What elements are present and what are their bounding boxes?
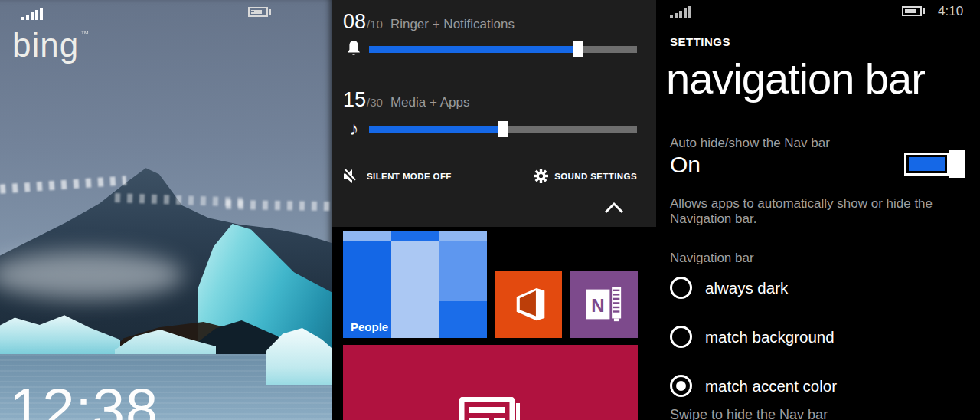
ringer-volume-name: Ringer + Notifications	[390, 17, 514, 32]
radio-label: always dark	[705, 279, 788, 297]
silent-mode-label: SILENT MODE OFF	[367, 172, 452, 181]
toggle-state-text: On	[670, 152, 701, 178]
bing-logo: bing™	[12, 26, 90, 64]
bell-icon	[343, 38, 364, 60]
chevron-up-icon	[604, 202, 624, 214]
media-volume-name: Media + Apps	[390, 95, 470, 110]
swipe-hint-text: Swipe to hide the Nav bar	[670, 407, 828, 420]
onenote-icon: N	[584, 286, 624, 323]
muted-speaker-icon	[343, 169, 361, 184]
media-volume-fill	[369, 126, 503, 133]
status-clock: 4:10	[938, 4, 963, 19]
people-tile-label: People	[351, 320, 388, 333]
auto-hide-label: Auto hide/show the Nav bar	[670, 136, 830, 151]
media-volume-value: 15	[343, 88, 366, 112]
nav-bar-group-label: Navigation bar	[670, 251, 754, 266]
media-volume-slider[interactable]	[369, 126, 637, 133]
ringer-volume-slider[interactable]	[369, 46, 637, 53]
radio-match-background[interactable]: match background	[670, 326, 835, 348]
wallpaper-snow	[226, 200, 332, 211]
tile-onenote[interactable]: N	[570, 271, 638, 338]
music-note-icon: ♪	[343, 118, 364, 139]
ringer-volume-fill	[369, 46, 578, 53]
tile-news[interactable]	[343, 345, 638, 420]
trademark-symbol: ™	[80, 29, 90, 38]
page-title: navigation bar	[666, 54, 925, 103]
radio-circle-icon	[670, 375, 692, 397]
radio-label: match accent color	[705, 377, 837, 395]
toggle-description: Allows apps to automatically show or hid…	[670, 196, 962, 228]
toggle-fill	[909, 157, 945, 171]
settings-screen: 4:10 SETTINGS navigation bar Auto hide/s…	[656, 0, 980, 420]
toggle-thumb[interactable]	[949, 150, 965, 178]
signal-strength-icon	[670, 6, 691, 18]
sound-settings-button[interactable]: SOUND SETTINGS	[534, 169, 637, 183]
ringer-volume-value: 08	[343, 10, 366, 34]
start-screen: 08 /10 Ringer + Notifications 15 /30 Med…	[332, 0, 656, 420]
tile-office[interactable]	[495, 271, 562, 338]
wallpaper-snow	[0, 176, 126, 193]
battery-charging-icon	[248, 7, 271, 17]
svg-text:N: N	[591, 295, 604, 316]
media-volume-label: 15 /30 Media + Apps	[343, 88, 469, 112]
lock-screen: bing™ 12:38	[0, 0, 332, 420]
tile-people[interactable]: People	[343, 231, 487, 338]
media-volume-thumb[interactable]	[498, 121, 508, 137]
ringer-volume-thumb[interactable]	[573, 41, 583, 57]
silent-mode-button[interactable]: SILENT MODE OFF	[343, 169, 452, 184]
news-icon	[459, 397, 522, 420]
screenshot-stage: bing™ 12:38 08 /10 Ringer + Notification…	[0, 0, 980, 420]
battery-charging-icon	[902, 6, 925, 16]
office-icon	[509, 284, 549, 324]
settings-app-header: SETTINGS	[670, 35, 730, 48]
ringer-volume-slider-row	[332, 38, 656, 60]
radio-label: match background	[705, 328, 835, 346]
ringer-volume-max: /10	[367, 18, 383, 31]
volume-overlay-panel: 08 /10 Ringer + Notifications 15 /30 Med…	[332, 0, 656, 227]
media-volume-max: /30	[367, 96, 383, 109]
volume-panel-actions: SILENT MODE OFF	[332, 169, 656, 189]
radio-match-accent-color[interactable]: match accent color	[670, 375, 837, 397]
signal-strength-icon	[21, 8, 43, 20]
sound-settings-label: SOUND SETTINGS	[554, 172, 637, 181]
collapse-panel-button[interactable]	[604, 202, 624, 217]
ringer-volume-label: 08 /10 Ringer + Notifications	[343, 10, 514, 34]
radio-always-dark[interactable]: always dark	[670, 277, 788, 299]
radio-circle-icon	[670, 277, 692, 299]
toggle-track	[904, 153, 949, 176]
auto-hide-toggle[interactable]	[904, 150, 965, 178]
lock-screen-clock: 12:38	[9, 376, 158, 420]
status-bar	[0, 0, 332, 23]
gear-icon	[534, 169, 548, 183]
media-volume-slider-row: ♪	[332, 118, 656, 139]
radio-circle-icon	[670, 326, 692, 348]
